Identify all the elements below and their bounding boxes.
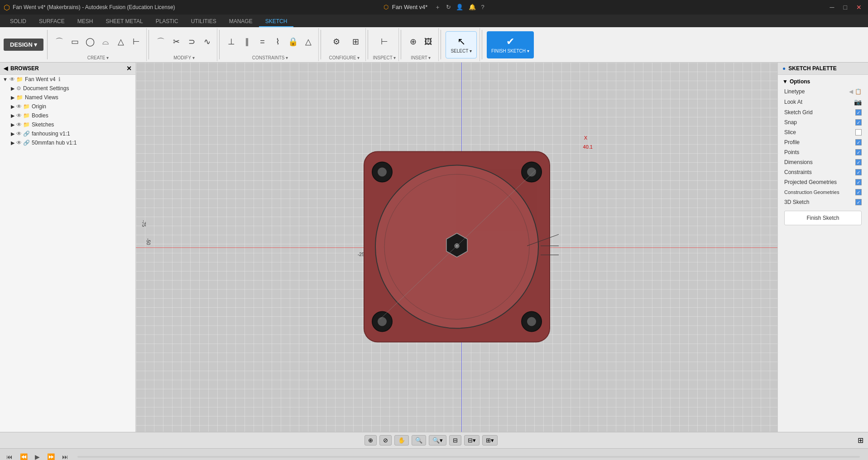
x-label: X — [584, 135, 587, 140]
insert-label[interactable]: INSERT ▾ — [411, 55, 431, 60]
dimensions-checkbox[interactable] — [855, 159, 862, 165]
browser-item-50mmfan[interactable]: ▶ 👁 🔗 50mmfan hub v1:1 — [0, 138, 135, 147]
construction-checkbox[interactable] — [855, 189, 862, 195]
view-btn-grid[interactable]: ⊘ — [379, 435, 392, 445]
3d-sketch-checkbox[interactable] — [855, 199, 862, 205]
projected-checkbox[interactable] — [855, 179, 862, 185]
view-btn-crosshair[interactable]: ⊕ — [364, 435, 377, 445]
close-btn[interactable]: ✕ — [854, 3, 864, 12]
view-btn-zoom-drop[interactable]: 🔍▾ — [429, 435, 446, 445]
timeline-prev-btn[interactable]: ⏪ — [18, 452, 29, 460]
rect-btn[interactable]: ▭ — [67, 36, 82, 47]
eye-icon-50mmfan[interactable]: 👁 — [16, 140, 22, 146]
slice-checkbox[interactable] — [855, 129, 862, 136]
maximize-btn[interactable]: □ — [841, 3, 850, 12]
browser-close-icon[interactable]: ✕ — [126, 65, 132, 72]
trim-btn[interactable]: ✂ — [169, 36, 183, 47]
coincident-btn[interactable]: ⊥ — [224, 36, 239, 47]
circle-btn[interactable]: ◯ — [83, 36, 97, 47]
lock-btn[interactable]: 🔒 — [286, 36, 300, 47]
browser-item-fanhousing[interactable]: ▶ 👁 🔗 fanhousing v1:1 — [0, 129, 135, 138]
tab-utilities[interactable]: UTILITIES — [185, 16, 223, 27]
constraints-checkbox[interactable] — [855, 169, 862, 175]
info-icon[interactable]: ℹ — [58, 76, 61, 82]
design-button[interactable]: DESIGN ▾ — [4, 39, 43, 51]
view-btn-zoom[interactable]: 🔍 — [412, 435, 426, 445]
app-icon-center: ⬡ — [384, 4, 388, 10]
polygon-btn[interactable]: △ — [114, 36, 128, 47]
modify-label[interactable]: MODIFY ▾ — [173, 55, 194, 60]
snap-checkbox[interactable] — [855, 119, 862, 126]
table-btn[interactable]: ⊞ — [348, 36, 363, 47]
dimension-btn[interactable]: ⊢ — [129, 36, 144, 47]
line-btn[interactable]: ⌒ — [52, 36, 67, 47]
view-btn-pan[interactable]: ✋ — [394, 435, 409, 445]
arc-btn[interactable]: ⌓ — [98, 36, 113, 47]
palette-options-section: ▼ Options Linetype ◀ 📋 Look At 📷 S — [778, 75, 868, 231]
lookat-btn[interactable]: 📷 — [854, 98, 862, 106]
palette-options-title[interactable]: ▼ Options — [781, 77, 865, 87]
configure-label[interactable]: CONFIGURE ▾ — [329, 55, 360, 60]
sketch-grid-checkbox[interactable] — [855, 109, 862, 116]
account-icon[interactable]: 👤 — [456, 4, 463, 10]
create-label[interactable]: CREATE ▾ — [87, 55, 109, 60]
mirror-btn[interactable]: ∿ — [200, 36, 214, 47]
notification-icon[interactable]: 🔔 — [469, 4, 476, 10]
canvas-area[interactable]: 25 -75 -50 -25 X 40.1 — [136, 63, 777, 432]
configure-btn[interactable]: ⚙ — [326, 36, 347, 47]
browser-item-origin[interactable]: ▶ 👁 📁 Origin — [0, 102, 135, 111]
select-toolbar-btn[interactable]: ↖ SELECT ▾ — [446, 31, 477, 58]
help-icon[interactable]: ? — [481, 4, 484, 10]
browser-item-root[interactable]: ▼ 👁 📁 Fan Went v4 ℹ — [0, 75, 135, 84]
minimize-btn[interactable]: ─ — [827, 3, 837, 12]
inspect-label[interactable]: INSPECT ▾ — [373, 55, 396, 60]
insert-btn[interactable]: ⊕ — [406, 36, 420, 47]
tab-manage[interactable]: MANAGE — [223, 16, 259, 27]
timeline-track[interactable] — [77, 456, 860, 458]
browser-item-sketches[interactable]: ▶ 👁 📁 Sketches — [0, 120, 135, 129]
tab-solid[interactable]: SOLID — [4, 16, 33, 27]
tangent-btn[interactable]: ⌇ — [270, 36, 285, 47]
tab-surface[interactable]: SURFACE — [33, 16, 71, 27]
insert-image-btn[interactable]: 🖼 — [421, 36, 436, 47]
linetype-arrow[interactable]: ◀ — [849, 88, 853, 95]
tab-plastic[interactable]: PLASTIC — [149, 16, 185, 27]
tab-sketch[interactable]: SKETCH — [259, 16, 294, 27]
corner-btn[interactable]: ⊞ — [858, 436, 863, 445]
timeline-first-btn[interactable]: ⏮ — [5, 452, 14, 460]
eye-icon-origin[interactable]: 👁 — [16, 103, 22, 110]
dimensions-label: Dimensions — [784, 159, 813, 165]
eye-icon-sketches[interactable]: 👁 — [16, 121, 22, 128]
measure-btn[interactable]: ⊢ — [377, 36, 392, 47]
fillet-btn[interactable]: ⌒ — [153, 36, 168, 47]
collinear-btn[interactable]: ∥ — [240, 36, 254, 47]
constraints-label[interactable]: CONSTRAINTS ▾ — [252, 55, 288, 60]
timeline-last-btn[interactable]: ⏭ — [60, 452, 70, 460]
view-btn-display1[interactable]: ⊟ — [449, 435, 461, 445]
view-btn-display2[interactable]: ⊟▾ — [464, 435, 480, 445]
browser-item-bodies[interactable]: ▶ 👁 📁 Bodies — [0, 111, 135, 120]
triangle-btn[interactable]: △ — [301, 36, 316, 47]
tab-mesh[interactable]: MESH — [71, 16, 100, 27]
profile-checkbox[interactable] — [855, 139, 862, 145]
browser-item-doc-settings[interactable]: ▶ ⚙ Document Settings — [0, 84, 135, 93]
eye-icon-root[interactable]: 👁 — [10, 76, 15, 82]
timeline-next-btn[interactable]: ⏩ — [45, 452, 57, 460]
timeline-play-btn[interactable]: ▶ — [33, 452, 42, 460]
finish-sketch-toolbar-btn[interactable]: ✔ FINISH SKETCH ▾ — [487, 31, 534, 58]
refresh-btn[interactable]: ↻ — [446, 4, 451, 10]
view-btn-display3[interactable]: ⊞▾ — [482, 435, 498, 445]
equal-btn[interactable]: = — [255, 36, 269, 47]
add-tab-btn[interactable]: ＋ — [435, 4, 441, 10]
eye-icon-fanhousing[interactable]: 👁 — [16, 131, 22, 137]
browser-collapse-icon[interactable]: ◀ — [4, 65, 8, 72]
eye-icon-bodies[interactable]: 👁 — [16, 112, 22, 119]
points-checkbox[interactable] — [855, 149, 862, 155]
finish-sketch-palette-btn[interactable]: Finish Sketch — [784, 211, 862, 225]
finish-sketch-buttons: ✔ FINISH SKETCH ▾ — [487, 29, 534, 60]
tab-sheet-metal[interactable]: SHEET METAL — [99, 16, 149, 27]
browser-item-named-views[interactable]: ▶ 📁 Named Views — [0, 93, 135, 102]
linetype-icon[interactable]: 📋 — [855, 88, 862, 95]
offset-btn[interactable]: ⊃ — [184, 36, 199, 47]
sketch-palette: ● SKETCH PALETTE ▼ Options Linetype ◀ 📋 … — [777, 63, 868, 432]
